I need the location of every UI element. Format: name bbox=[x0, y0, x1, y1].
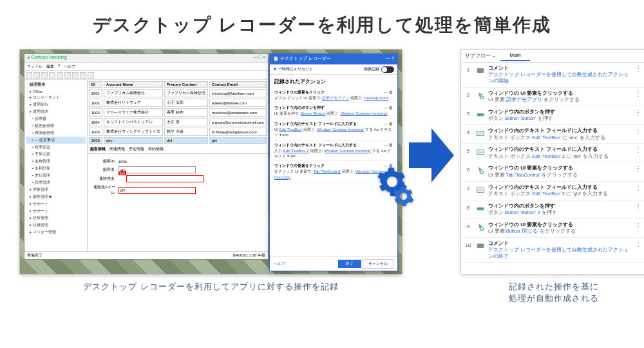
flow-step[interactable]: 3ウィンドウ内のボタンを押すボタン Button 'Button' を押す⋮ bbox=[461, 106, 644, 125]
left-caption: デスクトップ レコーダーを利用してアプリに対する操作を記録 bbox=[19, 281, 402, 293]
tree-item[interactable]: • 請求書 bbox=[26, 115, 86, 122]
flow-step[interactable]: 8ウィンドウ内のボタンを押すボタン Button 'Button' 2 を押す⋮ bbox=[461, 200, 644, 219]
svg-point-8 bbox=[480, 227, 484, 231]
more-icon[interactable]: ⋮ bbox=[632, 203, 644, 210]
tree-item[interactable]: ▸ 運用部分 bbox=[26, 101, 86, 108]
detail-form: 顧客ID:1006 顧客名: 連絡先名: Edit 連絡先Eメール: bbox=[88, 154, 269, 200]
tree-item[interactable]: ▸ 営業管理 bbox=[26, 186, 86, 193]
table-row[interactable]: 1006abcdefghi bbox=[89, 137, 267, 144]
flow-step[interactable]: 7ウィンドウ内のテキスト フィールドに入力するテキスト ボックス Edit 'T… bbox=[461, 182, 644, 200]
tree-item[interactable]: • 税率設定 bbox=[26, 144, 86, 151]
flow-designer: サブフロー ⌄ Main 1コメントデスクトップ レコーダーを使用して自動生成さ… bbox=[460, 49, 644, 275]
recorded-action[interactable]: ウィンドウ内のテキスト フィールドに入力する ⋯ 🗑UI Edit 'TextB… bbox=[274, 119, 393, 140]
app-toolbar[interactable] bbox=[24, 71, 268, 80]
subflow-dropdown[interactable]: サブフロー ⌄ bbox=[461, 52, 500, 59]
tree-item[interactable]: ▸ コンポーネント bbox=[26, 94, 86, 101]
reset-button[interactable]: ↺ リセット bbox=[294, 67, 313, 71]
table-row[interactable]: 1002株式会社リトウェア山下 太郎adewo@litware.com bbox=[89, 99, 267, 107]
name-input[interactable] bbox=[118, 166, 196, 173]
cancel-button[interactable]: キャンセル bbox=[363, 259, 393, 269]
tab-main[interactable]: Main bbox=[500, 50, 529, 61]
tree-item[interactable]: • 買掛金管理 bbox=[26, 130, 86, 137]
svg-point-1 bbox=[480, 96, 484, 99]
tree-item[interactable]: • 請求管理 bbox=[26, 179, 86, 186]
tree-item[interactable]: ▸ 運用管理 bbox=[26, 108, 86, 115]
svg-rect-2 bbox=[477, 113, 484, 117]
email-input[interactable] bbox=[118, 187, 196, 194]
finish-button[interactable]: 終了 bbox=[338, 260, 361, 268]
svg-rect-9 bbox=[477, 244, 484, 248]
help-link[interactable]: ヘルプ bbox=[274, 261, 285, 267]
recorder-close-icon[interactable]: — × bbox=[386, 55, 394, 63]
tree-item[interactable]: ▸ 顧客管理★ bbox=[26, 193, 86, 200]
flow-step[interactable]: 6ウィンドウの UI 要素をクリックするUI 要素 Tab 'TabContro… bbox=[461, 162, 644, 181]
flow-step[interactable]: 1コメントデスクトップ レコーダーを使用して自動生成されたアクションの開始⋮ bbox=[461, 63, 644, 88]
right-caption: 記録された操作を基に処理が自動作成される bbox=[460, 281, 644, 304]
tree-item[interactable]: • — 処置事項 bbox=[26, 137, 86, 144]
close-icon[interactable]: — □ × bbox=[253, 55, 265, 62]
table-row[interactable]: 1003プロ―スウェア株式会社喜里 紗布hrobbins@proseware.c… bbox=[89, 108, 267, 117]
tree-item[interactable]: • 支払管理 bbox=[26, 172, 86, 179]
image-record-toggle[interactable]: 画像記録 bbox=[364, 66, 394, 73]
more-icon[interactable]: ⋮ bbox=[632, 184, 644, 191]
more-icon[interactable]: ⋮ bbox=[632, 240, 644, 247]
tree-item[interactable]: ▸ 社員管理 bbox=[26, 222, 86, 229]
table-row[interactable]: 1005株式会社ウィングチップトイズ林平 大喜ib.friday@wingtip… bbox=[89, 128, 267, 136]
recorded-action[interactable]: ウィンドウ内のボタンを押す ⋯ 🗑UI 要素を押す: Button 'Butto… bbox=[274, 103, 393, 119]
recorded-action[interactable]: ウィンドウの要素をクリック ⋯ 🗑ダブル クリック UI 要素で: 請求デモアプ… bbox=[274, 88, 393, 103]
tree-item[interactable]: ▸ サポート bbox=[26, 200, 86, 208]
slide-title: デスクトップ レコーダーを利用して処理を簡単作成 bbox=[19, 13, 625, 37]
arrow-right-icon bbox=[409, 126, 454, 187]
tree-item[interactable]: ▸ サポート bbox=[26, 208, 86, 215]
flow-step[interactable]: 10コメントデスクトップ レコーダーを使用して自動生成されたアクションの終了⋮ bbox=[461, 238, 644, 263]
table-row[interactable]: 1001ファブリカム保険会社ファブリカム保険担当invoicing@fabrik… bbox=[89, 89, 267, 97]
more-icon[interactable]: ⋮ bbox=[632, 90, 644, 97]
flow-step[interactable]: 4ウィンドウ内のテキスト フィールドに入力するテキスト ボックス Edit 'T… bbox=[461, 125, 644, 144]
more-icon[interactable]: ⋮ bbox=[632, 165, 644, 172]
tree-item[interactable]: • 販売金管理 bbox=[26, 122, 86, 130]
nav-tree[interactable]: 経理専用 ▸ Office▸ コンポーネント▸ 運用部分▸ 運用管理• 請求書•… bbox=[24, 80, 88, 251]
svg-rect-7 bbox=[477, 207, 484, 210]
recorded-action[interactable]: ウィンドウ内のテキスト フィールドに入力する ⋯ 🗑入力 Edit 'TextB… bbox=[274, 140, 393, 162]
tree-item[interactable]: ▸ 計算管理 bbox=[26, 215, 86, 222]
contoso-app-window: ● Contoso Invoicing — □ × ファイル編集?ヘルプ 経理専… bbox=[24, 53, 269, 260]
more-icon[interactable]: ⋮ bbox=[632, 128, 644, 135]
recorded-actions-heading: 記録されたアクション bbox=[274, 78, 393, 85]
table-row[interactable]: 1004キリストインバストリアル土井 香p.gupta@cronusindust… bbox=[89, 118, 267, 126]
left-screenshot: ● Contoso Invoicing — □ × ファイル編集?ヘルプ 経理専… bbox=[19, 49, 402, 275]
customer-grid[interactable]: IDAccount NamePrimary ContactContact Ema… bbox=[88, 80, 269, 145]
flow-step[interactable]: 9ウィンドウの UI 要素をクリックするUI 要素 Button '閉じる' を… bbox=[461, 219, 644, 238]
svg-point-5 bbox=[480, 171, 484, 174]
more-icon[interactable]: ⋮ bbox=[632, 109, 644, 116]
recorded-action[interactable]: ウィンドウの要素をクリック ⋯ 🗑左クリック UI 要素で: Tab 'TabC… bbox=[274, 161, 393, 182]
pause-button[interactable]: ⏸ 一時停止 bbox=[273, 67, 294, 71]
tree-item[interactable]: ▸ Office bbox=[26, 88, 86, 94]
app-title: ● Contoso Invoicing bbox=[27, 55, 67, 62]
flow-step[interactable]: 2ウィンドウの UI 要素をクリックするUI 要素 請求デモアプリ をクリックす… bbox=[461, 88, 644, 106]
app-menubar[interactable]: ファイル編集?ヘルプ bbox=[24, 63, 268, 71]
tree-item[interactable]: • 金利計算 bbox=[26, 165, 86, 172]
more-icon[interactable]: ⋮ bbox=[632, 146, 644, 153]
recorder-title: 📋 デスクトップ レコーダー bbox=[273, 55, 331, 63]
flow-step[interactable]: 5ウィンドウ内のテキスト フィールドに入力するテキスト ボックス Edit 'T… bbox=[461, 144, 644, 162]
tree-item[interactable]: ▸ マスター管理 bbox=[26, 229, 86, 236]
status-bar: 準備完了8/4/2021 1:28 午後 bbox=[24, 251, 268, 259]
detail-tabs[interactable]: 顧客情報関連情報予定情報契約情報 bbox=[88, 145, 269, 154]
more-icon[interactable]: ⋮ bbox=[632, 222, 644, 229]
svg-rect-0 bbox=[477, 68, 484, 73]
tree-item[interactable]: • 予算立案 bbox=[26, 151, 86, 158]
recorder-window: 📋 デスクトップ レコーダー — × ⏸ 一時停止 ↺ リセット 画像記録 記録… bbox=[269, 53, 398, 271]
tree-item[interactable]: • 名称管理 bbox=[26, 158, 86, 165]
contact-input[interactable] bbox=[126, 175, 204, 182]
more-icon[interactable]: ⋮ bbox=[632, 65, 644, 72]
